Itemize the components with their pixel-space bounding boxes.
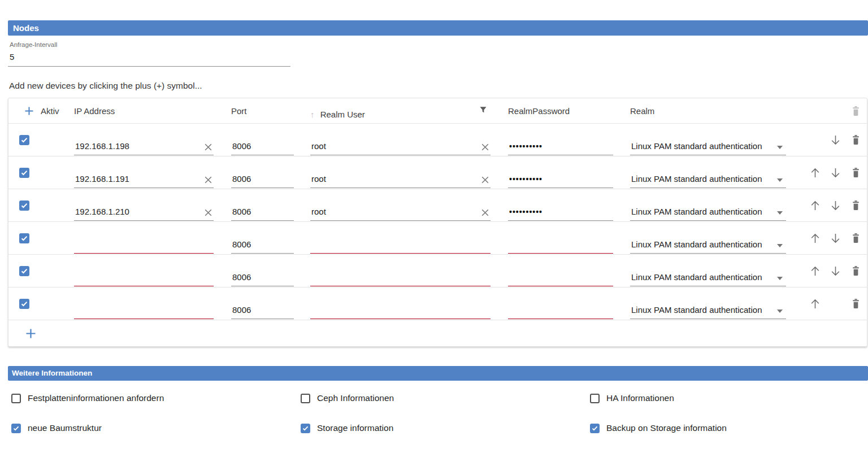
realm-password-input[interactable]: •••••••••• [508, 168, 613, 188]
delete-row-icon[interactable] [850, 167, 862, 179]
chevron-down-icon [777, 277, 783, 280]
realm-user-input[interactable]: root [310, 168, 491, 188]
ip-input[interactable]: 192.168.1.210 [74, 201, 214, 221]
move-up-icon[interactable] [809, 199, 821, 212]
info-checkbox-item: Backup on Storage information [590, 423, 868, 433]
realm-user-input[interactable]: root [310, 201, 491, 221]
row-active-checkbox[interactable] [19, 233, 29, 243]
move-up-icon[interactable] [809, 298, 821, 310]
info-checkbox-item: Storage information [301, 423, 590, 433]
realm-user-input[interactable] [310, 233, 491, 254]
table-row: 192.168.1.198 8006 root •••••••••• [8, 123, 867, 156]
filter-icon[interactable] [479, 106, 487, 114]
ip-input[interactable] [74, 233, 214, 254]
realm-password-input[interactable] [508, 233, 613, 254]
realm-user-input[interactable]: root [310, 135, 491, 155]
info-checkbox[interactable] [301, 424, 310, 433]
realm-select[interactable]: Linux PAM standard authentication [630, 233, 786, 254]
realm-select[interactable]: Linux PAM standard authentication [630, 266, 786, 286]
row-active-checkbox[interactable] [19, 168, 29, 178]
realm-password-input[interactable] [508, 299, 613, 319]
info-checkbox[interactable] [590, 424, 600, 433]
realm-select[interactable]: Linux PAM standard authentication [630, 135, 786, 155]
add-devices-hint: Add new devices by clicking the plus (+)… [9, 81, 868, 91]
table-body: 192.168.1.198 8006 root •••••••••• [8, 123, 867, 320]
port-input[interactable]: 8006 [231, 233, 294, 254]
info-checkbox-grid: Festplatteninformationen anfordern Ceph … [11, 393, 868, 433]
realm-select[interactable]: Linux PAM standard authentication [630, 299, 786, 319]
realm-password-input[interactable]: •••••••••• [508, 201, 613, 221]
move-down-icon[interactable] [830, 199, 841, 212]
add-row-icon[interactable] [25, 328, 37, 339]
col-header-aktiv: Aktiv [41, 106, 59, 116]
col-header-ip[interactable]: IP Address [74, 106, 214, 116]
port-input[interactable]: 8006 [231, 266, 294, 286]
info-section-header: Weitere Informationen [8, 366, 868, 381]
port-input[interactable]: 8006 [231, 168, 294, 188]
chevron-down-icon [777, 178, 783, 182]
table-row: 192.168.1.210 8006 root •••••••••• [8, 189, 867, 221]
info-checkbox[interactable] [590, 394, 600, 403]
interval-label: Anfrage-Intervall [8, 41, 290, 48]
realm-select[interactable]: Linux PAM standard authentication [630, 201, 786, 221]
info-checkbox[interactable] [11, 394, 21, 403]
row-active-checkbox[interactable] [19, 201, 29, 211]
chevron-down-icon [777, 244, 783, 247]
add-node-icon[interactable] [24, 106, 34, 116]
port-input[interactable]: 8006 [231, 201, 294, 221]
realm-user-clear-icon[interactable] [481, 176, 489, 184]
delete-column-icon [850, 104, 862, 117]
info-checkbox[interactable] [11, 424, 21, 433]
table-footer-row [8, 320, 867, 346]
realm-select[interactable]: Linux PAM standard authentication [630, 168, 786, 188]
delete-row-icon[interactable] [850, 298, 862, 310]
delete-row-icon[interactable] [850, 134, 862, 146]
move-down-icon[interactable] [830, 232, 841, 245]
move-down-icon[interactable] [830, 134, 841, 146]
sort-ascending-icon[interactable]: ↑ [310, 110, 315, 119]
move-up-icon[interactable] [809, 232, 821, 245]
delete-row-icon[interactable] [850, 265, 862, 277]
realm-user-clear-icon[interactable] [481, 208, 489, 217]
info-checkbox-label: neue Baumstruktur [28, 423, 102, 433]
col-header-realm-password[interactable]: RealmPassword [508, 106, 613, 116]
move-up-icon[interactable] [809, 265, 821, 277]
table-row: 192.168.1.191 8006 root •••••••••• [8, 156, 867, 189]
row-active-checkbox[interactable] [19, 266, 29, 276]
port-input[interactable]: 8006 [231, 135, 294, 155]
ip-input[interactable] [74, 299, 214, 319]
table-header-row: Aktiv IP Address Port ↑ Realm User Realm… [8, 98, 867, 123]
realm-user-input[interactable] [310, 266, 491, 286]
port-input[interactable]: 8006 [231, 299, 294, 319]
realm-password-input[interactable]: •••••••••• [508, 135, 613, 155]
ip-input[interactable] [74, 266, 214, 286]
move-up-icon[interactable] [809, 167, 821, 179]
move-down-icon[interactable] [830, 167, 841, 179]
col-header-realm[interactable]: Realm [630, 106, 786, 116]
info-checkbox-label: HA Informationen [606, 393, 674, 403]
info-checkbox-item: Festplatteninformationen anfordern [11, 393, 301, 403]
info-checkbox[interactable] [301, 394, 310, 403]
interval-input[interactable]: 5 [8, 48, 290, 67]
table-row: 8006 Linux PAM standard authentication [8, 254, 867, 287]
ip-clear-icon[interactable] [204, 208, 212, 217]
chevron-down-icon [777, 146, 783, 149]
info-checkbox-item: neue Baumstruktur [11, 423, 301, 433]
ip-clear-icon[interactable] [204, 176, 212, 184]
move-down-icon[interactable] [830, 265, 841, 277]
realm-user-input[interactable] [310, 299, 491, 319]
realm-user-clear-icon[interactable] [481, 143, 489, 151]
table-row: 8006 Linux PAM standard authentication [8, 221, 867, 254]
row-active-checkbox[interactable] [19, 135, 29, 145]
chevron-down-icon [777, 310, 783, 313]
col-header-port[interactable]: Port [231, 106, 294, 116]
ip-input[interactable]: 192.168.1.191 [74, 168, 214, 188]
realm-password-input[interactable] [508, 266, 613, 286]
ip-input[interactable]: 192.168.1.198 [74, 135, 214, 155]
info-checkbox-label: Festplatteninformationen anfordern [28, 393, 164, 403]
delete-row-icon[interactable] [850, 199, 862, 212]
ip-clear-icon[interactable] [204, 143, 212, 151]
row-active-checkbox[interactable] [19, 299, 29, 309]
col-header-realm-user[interactable]: Realm User [320, 110, 365, 119]
delete-row-icon[interactable] [850, 232, 862, 245]
